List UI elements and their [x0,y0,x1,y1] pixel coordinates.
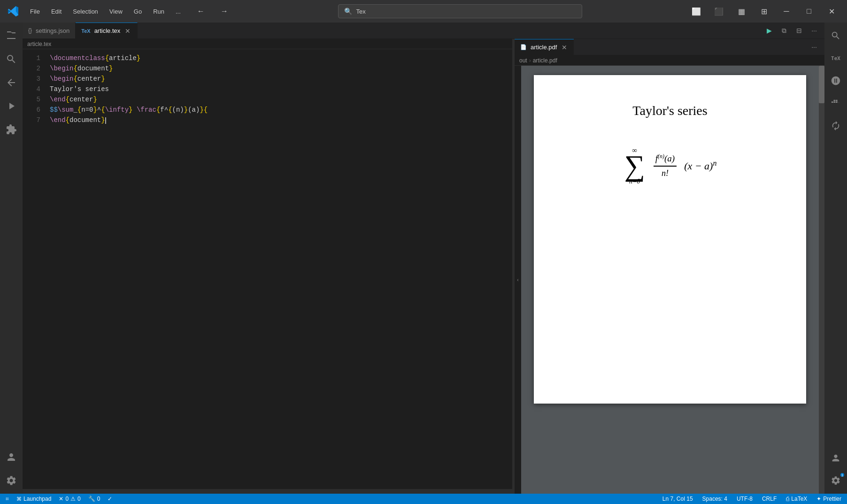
code-text[interactable]: \documentclass{article} \begin{document}… [46,49,512,489]
search-input[interactable] [356,8,576,15]
pdf-formula: ∞ ∑ n=0 f(n)(a) n! [624,146,717,185]
close-button[interactable]: ✕ [821,3,842,19]
menu-selection[interactable]: Selection [67,0,103,23]
right-sidebar-tex[interactable]: TeX [824,47,847,69]
position-text: Ln 7, Col 15 [662,496,693,502]
activity-search[interactable] [0,48,23,70]
search-area: 🔍 [235,4,685,18]
minimize-button[interactable]: ─ [776,3,797,19]
tex-file-icon: TeX [81,28,90,34]
main-container: {} settings.json TeX article.tex ✕ ▶ ⧉ ⊟… [0,23,847,494]
search-box[interactable]: 🔍 [338,4,582,18]
editor-panels: article.tex 1234567 \documentclass{artic… [23,39,824,494]
code-content[interactable]: 1234567 \documentclass{article} \begin{d… [23,49,512,489]
pdf-view[interactable]: Taylor's series ∞ ∑ n=0 [521,66,819,494]
right-sidebar-refresh[interactable] [824,115,847,137]
status-launchpad[interactable]: ⌘ Launchpad [15,494,53,504]
code-line-5: \end{center} [50,94,512,105]
layout-toggle-4[interactable]: ⊞ [753,3,775,19]
activity-settings[interactable] [0,469,23,492]
split-editor-button[interactable]: ⧉ [778,24,791,37]
code-breadcrumb: article.tex [23,39,512,49]
pdf-scrollbar[interactable] [819,66,824,494]
tab-label-article: article.tex [94,27,121,34]
pdf-breadcrumb-path: out [519,57,527,64]
pdf-more-actions-button[interactable]: ··· [808,40,821,53]
status-formatter[interactable]: ✦ Prettier [815,494,843,504]
right-sidebar: TeX [824,23,847,494]
menu-view[interactable]: View [104,0,128,23]
pdf-tab-bar: 📄 article.pdf ✕ ··· [515,39,824,55]
editor-area: {} settings.json TeX article.tex ✕ ▶ ⧉ ⊟… [23,23,824,494]
right-sidebar-account[interactable] [824,447,847,469]
right-sidebar-search[interactable] [824,24,847,47]
split-vertical-button[interactable]: ⊟ [793,24,806,37]
spaces-text: Spaces: 4 [702,496,727,502]
errors-count: 0 [65,496,69,502]
line-numbers: 1234567 [23,49,46,489]
activity-bar [0,23,23,494]
status-eol[interactable]: CRLF [760,494,778,504]
formatter-icon: ✦ [816,496,821,502]
check-icon: ✓ [108,496,112,502]
status-check[interactable]: ✓ [106,494,114,504]
menu-file[interactable]: File [24,0,46,23]
pdf-tab-close-button[interactable]: ✕ [561,44,568,51]
menu-more[interactable]: ... [170,0,186,23]
status-position[interactable]: Ln 7, Col 15 [661,494,695,504]
code-horizontal-scrollbar[interactable] [23,489,512,494]
pdf-panel: 📄 article.pdf ✕ ··· out › article.pdf ‹ [515,39,824,494]
more-actions-button[interactable]: ··· [808,24,821,37]
right-sidebar-docker[interactable] [824,92,847,115]
code-line-6: $$\sum_{n=0}^{\infty} \frac{f^{(n)}(a)}{ [50,105,512,115]
pdf-tab[interactable]: 📄 article.pdf ✕ [515,39,574,55]
nav-back-button[interactable]: ← [190,3,212,19]
pdf-document-title: Taylor's series [632,103,707,118]
tex-label-text: TeX [831,55,840,61]
settings-badge: 1 [840,473,844,477]
nav-arrows: ← → [190,3,235,19]
layout-toggle-1[interactable]: ⬜ [685,3,707,19]
status-spaces[interactable]: Spaces: 4 [701,494,729,504]
layout-toggle-2[interactable]: ⬛ [708,3,730,19]
remote-icon: ⌗ [6,496,9,502]
activity-source-control[interactable] [0,71,23,94]
pdf-tab-label: article.pdf [531,44,557,51]
settings-json-icon: {} [28,27,32,34]
code-editor: article.tex 1234567 \documentclass{artic… [23,39,512,494]
menu-edit[interactable]: Edit [46,0,67,23]
tab-settings-json[interactable]: {} settings.json [23,23,76,38]
layout-toggle-3[interactable]: ▦ [731,3,752,19]
vscode-logo [5,3,22,20]
activity-account[interactable] [0,446,23,468]
status-sync[interactable]: 🔧 0 [86,494,102,504]
svg-rect-3 [833,101,835,103]
code-line-7: \end{document} [50,115,512,125]
status-language[interactable]: ⎙ LaTeX [784,494,809,504]
menu-run[interactable]: Run [147,0,170,23]
warnings-count: 0 [77,496,81,502]
tab-close-button[interactable]: ✕ [124,27,131,35]
language-icon: ⎙ [786,496,789,502]
activity-extensions[interactable] [0,118,23,141]
status-remote[interactable]: ⌗ [4,494,11,504]
maximize-button[interactable]: □ [798,3,820,19]
tab-article-tex[interactable]: TeX article.tex ✕ [76,23,138,38]
pdf-scroll-left-button[interactable]: ‹ [515,275,521,284]
titlebar: File Edit Selection View Go Run ... ← → … [0,0,847,23]
pdf-scrollbar-thumb[interactable] [819,66,824,103]
status-encoding[interactable]: UTF-8 [735,494,755,504]
pdf-breadcrumb-file: article.pdf [533,57,557,64]
language-text: LaTeX [791,496,807,502]
search-icon: 🔍 [344,8,352,15]
compile-button[interactable]: ▶ [762,24,776,37]
menu-go[interactable]: Go [128,0,147,23]
nav-forward-button[interactable]: → [214,3,235,19]
warnings-icon: ⚠ [70,496,76,502]
status-errors[interactable]: ✕ 0 ⚠ 0 [57,494,82,504]
right-sidebar-python[interactable] [824,69,847,92]
right-sidebar-settings[interactable]: 1 [824,469,847,492]
activity-run[interactable] [0,95,23,117]
activity-explorer[interactable] [0,24,23,47]
tab-label-settings: settings.json [36,27,69,34]
